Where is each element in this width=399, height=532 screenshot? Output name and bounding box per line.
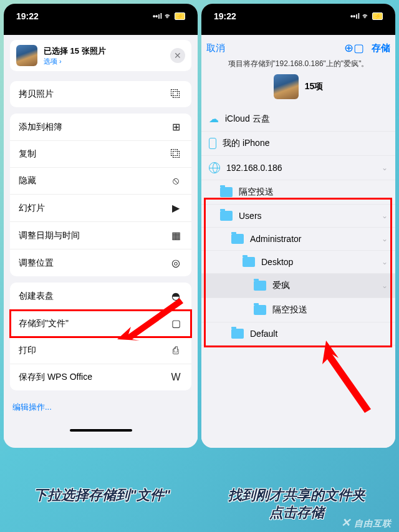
right-panel: 19:22 ••ılᯤ⚡ 取消 ⊕▢ 存储 项目将存储到"192.168.0.1… — [201, 4, 395, 448]
action-duplicate[interactable]: 复制 ⿻ — [10, 141, 191, 168]
action-create-watchface[interactable]: 创建表盘 ◓ — [10, 283, 191, 310]
status-icons: ••ılᯤ⚡ — [350, 12, 383, 21]
folder-icon — [220, 211, 233, 221]
location-label: 爱疯 — [272, 280, 290, 291]
location-label: Desktop — [261, 257, 293, 267]
duplicate-icon: ⿻ — [169, 148, 183, 160]
status-bar-bg: 19:22 ••ılᯤ⚡ — [4, 4, 198, 35]
svg-marker-1 — [322, 341, 371, 413]
chevron-down-icon: ⌄ — [382, 163, 388, 172]
action-print[interactable]: 打印 ⎙ — [10, 337, 191, 364]
status-time: 19:22 — [214, 11, 236, 21]
selection-thumbnail — [16, 45, 37, 66]
cloud-icon: ☁ — [209, 113, 219, 125]
folder-icon — [254, 281, 266, 291]
action-save-wps[interactable]: 保存到 WPS Office W — [10, 364, 191, 390]
action-hide[interactable]: 隐藏 ⦸ — [10, 168, 191, 195]
action-label: 调整日期与时间 — [19, 230, 80, 241]
action-save-to-files[interactable]: 存储到"文件" ▢ — [10, 310, 191, 337]
location-label: 192.168.0.186 — [226, 163, 282, 173]
action-label: 隐藏 — [19, 175, 36, 186]
folder-icon: ▢ — [169, 317, 183, 329]
action-copy-photos[interactable]: 拷贝照片 ⿻ — [10, 81, 191, 107]
hide-icon: ⦸ — [169, 175, 183, 186]
location-label: iCloud 云盘 — [225, 114, 270, 125]
location-label: Users — [239, 211, 262, 221]
folder-icon — [231, 234, 244, 244]
action-adjust-date[interactable]: 调整日期与时间 ▦ — [10, 222, 191, 249]
location-administrator[interactable]: Administrator ⌄ — [201, 228, 395, 251]
wps-icon: W — [169, 372, 183, 383]
location-label: Administrator — [250, 234, 301, 244]
location-aifeng[interactable]: 爱疯 ⌄ — [201, 274, 395, 298]
selection-title: 已选择 15 张照片 — [44, 46, 164, 57]
location-icloud[interactable]: ☁ iCloud 云盘 — [201, 107, 395, 132]
item-count: 15项 — [305, 81, 324, 92]
location-label: 隔空投送 — [239, 186, 274, 198]
action-slideshow[interactable]: 幻灯片 ▶ — [10, 195, 191, 222]
caption-left: 下拉选择存储到"文件" — [34, 486, 170, 521]
chevron-down-icon: ⌄ — [382, 235, 388, 243]
selection-preview: 15项 — [201, 74, 395, 99]
location-airdrop[interactable]: 隔空投送 — [201, 180, 395, 205]
location-network[interactable]: 192.168.0.186 ⌄ — [201, 156, 395, 180]
folder-icon — [254, 305, 266, 315]
save-description: 项目将存储到"192.168.0.186"上的"爱疯"。 — [201, 59, 395, 74]
action-label: 保存到 WPS Office — [19, 372, 92, 383]
iphone-icon — [209, 138, 216, 149]
watch-icon: ◓ — [169, 290, 183, 302]
location-users[interactable]: Users ⌄ — [201, 205, 395, 228]
action-label: 复制 — [19, 148, 36, 160]
new-folder-icon[interactable]: ⊕▢ — [344, 41, 364, 55]
play-icon: ▶ — [169, 202, 183, 214]
calendar-icon: ▦ — [169, 230, 183, 241]
location-iphone[interactable]: 我的 iPhone — [201, 132, 395, 156]
left-panel: 19:22 ••ılᯤ⚡ 已选择 15 张照片 选项 › ✕ 拷贝照片 ⿻ — [4, 4, 198, 448]
arrow-annotation — [301, 341, 376, 418]
selection-header: 已选择 15 张照片 选项 › ✕ — [10, 40, 191, 71]
location-airdrop-inner[interactable]: 隔空投送 — [201, 298, 395, 322]
chevron-down-icon: ⌄ — [382, 281, 388, 290]
close-button[interactable]: ✕ — [170, 48, 185, 63]
preview-thumbnail — [274, 74, 299, 99]
action-adjust-location[interactable]: 调整位置 ◎ — [10, 249, 191, 276]
location-label: Default — [250, 329, 277, 339]
folder-icon — [243, 257, 255, 267]
edit-actions-link[interactable]: 编辑操作... — [10, 397, 191, 425]
status-bar-bg: 19:22 ••ılᯤ⚡ — [201, 4, 395, 35]
folder-icon — [220, 187, 233, 197]
save-button[interactable]: 存储 — [372, 42, 390, 54]
status-time: 19:22 — [16, 11, 39, 21]
copy-icon: ⿻ — [169, 89, 183, 100]
options-link[interactable]: 选项 › — [44, 57, 164, 66]
action-label: 打印 — [19, 345, 36, 356]
action-label: 存储到"文件" — [19, 318, 69, 329]
action-add-album[interactable]: 添加到相簿 ⊞ — [10, 114, 191, 141]
status-icons: ••ılᯤ⚡ — [153, 12, 185, 21]
location-label: 我的 iPhone — [223, 138, 269, 149]
action-label: 幻灯片 — [19, 203, 45, 214]
captions: 下拉选择存储到"文件" 找到刚才共享的文件夹 点击存储 — [0, 486, 399, 521]
location-label: 隔空投送 — [272, 304, 307, 316]
chevron-down-icon: ⌄ — [382, 258, 388, 266]
action-label: 调整位置 — [19, 258, 54, 269]
action-label: 拷贝照片 — [19, 89, 54, 100]
globe-icon — [209, 162, 220, 173]
location-desktop[interactable]: Desktop ⌄ — [201, 251, 395, 274]
folder-icon — [231, 329, 244, 339]
cancel-button[interactable]: 取消 — [206, 42, 225, 54]
location-icon: ◎ — [169, 257, 183, 269]
album-icon: ⊞ — [169, 121, 183, 133]
action-label: 创建表盘 — [19, 291, 54, 302]
home-indicator — [70, 429, 132, 432]
location-default[interactable]: Default — [201, 322, 395, 346]
print-icon: ⎙ — [169, 345, 183, 356]
chevron-down-icon: ⌄ — [382, 211, 388, 220]
action-label: 添加到相簿 — [19, 122, 62, 133]
watermark: ✕ 自由互联 — [341, 516, 392, 530]
